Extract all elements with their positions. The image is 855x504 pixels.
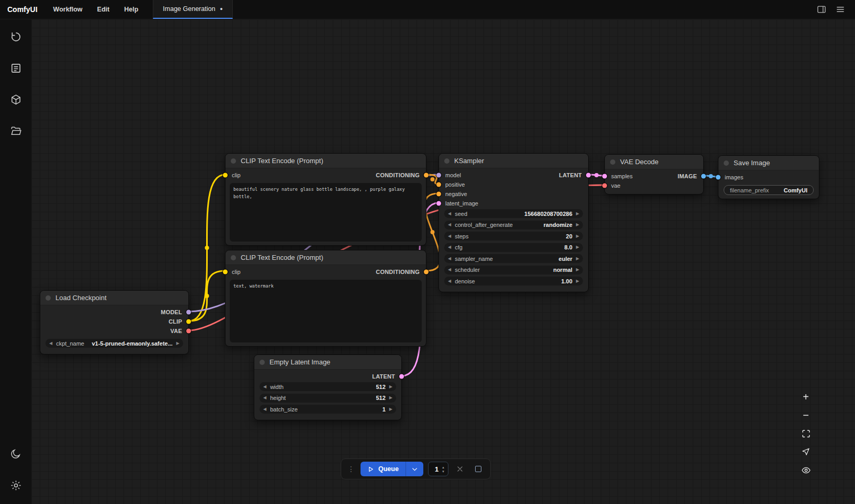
collapse-dot-icon[interactable]	[260, 360, 265, 365]
batch-size-widget[interactable]: ◀ batch_size 1 ▶	[260, 405, 396, 414]
node-clip-text-encode-positive[interactable]: CLIP Text Encode (Prompt) clip CONDITION…	[225, 153, 426, 246]
node-save-image[interactable]: Save Image images filename_prefix ComfyU…	[718, 155, 819, 199]
zoom-in-button[interactable]: +	[800, 391, 812, 403]
decrement-arrow-icon[interactable]: ◀	[448, 268, 451, 272]
clip-output-port[interactable]	[186, 319, 191, 324]
node-load-checkpoint[interactable]: Load Checkpoint MODEL CLIP VAE ◀ ckpt_na…	[40, 290, 189, 354]
node-graph-canvas[interactable]: Load Checkpoint MODEL CLIP VAE ◀ ckpt_na…	[31, 19, 855, 504]
batch-count-field[interactable]: 1 ▴ ▾	[428, 462, 448, 476]
samples-input-port[interactable]	[602, 174, 607, 179]
positive-prompt-textarea[interactable]: beautiful scenery nature glass bottle la…	[230, 183, 422, 242]
toggle-link-visibility-button[interactable]	[800, 464, 812, 476]
node-header[interactable]: Load Checkpoint	[40, 291, 188, 305]
decrement-arrow-icon[interactable]: ◀	[263, 407, 266, 411]
width-widget[interactable]: ◀ width 512 ▶	[260, 382, 396, 391]
increment-arrow-icon[interactable]: ▶	[576, 212, 579, 216]
workflows-button[interactable]	[5, 120, 26, 141]
node-empty-latent-image[interactable]: Empty Latent Image LATENT ◀ width 512 ▶ …	[254, 354, 402, 420]
latent-image-input-port[interactable]	[436, 201, 441, 206]
decrement-arrow-icon[interactable]: ◀	[448, 234, 451, 238]
clip-input-port[interactable]	[223, 173, 228, 178]
conditioning-output-port[interactable]	[424, 173, 429, 178]
increment-arrow-icon[interactable]: ▶	[576, 257, 579, 261]
model-output-port[interactable]	[186, 310, 191, 315]
seed-widget[interactable]: ◀ seed 156680208700286 ▶	[444, 209, 583, 218]
image-output-port[interactable]	[701, 174, 706, 179]
interrupt-button[interactable]	[471, 462, 485, 476]
node-ksampler[interactable]: KSampler model LATENT positive negative …	[438, 153, 589, 292]
decrement-arrow-icon[interactable]: ◀	[263, 396, 266, 400]
decrement-arrow-icon[interactable]: ◀	[448, 245, 451, 249]
comfyui-logo[interactable]: ComfyUI	[0, 0, 46, 19]
increment-arrow-icon[interactable]: ▶	[576, 279, 579, 283]
scheduler-widget[interactable]: ◀ scheduler normal ▶	[444, 266, 583, 274]
increment-arrow-icon[interactable]: ▶	[576, 245, 579, 249]
zoom-out-button[interactable]: −	[800, 409, 812, 421]
collapse-dot-icon[interactable]	[46, 295, 51, 301]
increment-arrow-icon[interactable]: ▶	[389, 396, 392, 400]
queue-options-button[interactable]	[406, 462, 423, 476]
conditioning-output-port[interactable]	[424, 270, 429, 274]
negative-input-port[interactable]	[436, 192, 441, 197]
vae-input-port[interactable]	[602, 184, 607, 188]
history-button[interactable]	[5, 26, 26, 47]
drag-handle-icon[interactable]: ⋮	[346, 465, 356, 473]
decrement-arrow-icon[interactable]: ◀	[448, 279, 451, 283]
theme-toggle-button[interactable]	[5, 443, 26, 464]
node-header[interactable]: VAE Decode	[605, 155, 703, 169]
height-widget[interactable]: ◀ height 512 ▶	[260, 394, 396, 403]
increment-arrow-icon[interactable]: ▶	[576, 223, 579, 227]
step-up-icon[interactable]: ▴	[442, 465, 444, 469]
node-library-button[interactable]	[5, 89, 26, 110]
fit-view-button[interactable]	[800, 427, 812, 440]
increment-arrow-icon[interactable]: ▶	[176, 341, 179, 346]
decrement-arrow-icon[interactable]: ◀	[448, 223, 451, 227]
sampler-name-widget[interactable]: ◀ sampler_name euler ▶	[444, 254, 583, 263]
collapse-dot-icon[interactable]	[610, 159, 615, 165]
model-input-port[interactable]	[436, 173, 441, 178]
node-vae-decode[interactable]: VAE Decode samples IMAGE vae	[604, 154, 704, 194]
node-header[interactable]: Save Image	[718, 156, 819, 170]
step-down-icon[interactable]: ▾	[442, 469, 444, 473]
steps-widget[interactable]: ◀ steps 20 ▶	[444, 232, 583, 240]
collapse-dot-icon[interactable]	[444, 158, 449, 164]
node-clip-text-encode-negative[interactable]: CLIP Text Encode (Prompt) clip CONDITION…	[225, 250, 426, 347]
decrement-arrow-icon[interactable]: ◀	[448, 212, 451, 216]
settings-button[interactable]	[5, 475, 26, 496]
increment-arrow-icon[interactable]: ▶	[576, 234, 579, 238]
latent-output-port[interactable]	[586, 173, 591, 178]
decrement-arrow-icon[interactable]: ◀	[263, 385, 266, 389]
images-input-port[interactable]	[716, 175, 721, 180]
collapse-dot-icon[interactable]	[724, 161, 729, 166]
denoise-widget[interactable]: ◀ denoise 1.00 ▶	[444, 277, 583, 285]
node-header[interactable]: Empty Latent Image	[254, 355, 401, 370]
decrement-arrow-icon[interactable]: ◀	[448, 257, 451, 261]
positive-input-port[interactable]	[436, 182, 441, 187]
cfg-widget[interactable]: ◀ cfg 8.0 ▶	[444, 243, 583, 252]
filename-prefix-widget[interactable]: filename_prefix ComfyUI	[724, 185, 814, 195]
toggle-panel-button[interactable]	[813, 2, 830, 17]
increment-arrow-icon[interactable]: ▶	[576, 268, 579, 272]
control-after-generate-widget[interactable]: ◀ control_after_generate randomize ▶	[444, 221, 583, 230]
increment-arrow-icon[interactable]: ▶	[389, 407, 392, 411]
queue-button-sidebar[interactable]	[5, 58, 26, 78]
node-header[interactable]: CLIP Text Encode (Prompt)	[226, 154, 426, 168]
collapse-dot-icon[interactable]	[231, 255, 236, 260]
vae-output-port[interactable]	[186, 329, 191, 334]
clip-input-port[interactable]	[223, 270, 228, 274]
menu-workflow[interactable]: Workflow	[46, 0, 90, 19]
node-header[interactable]: KSampler	[439, 154, 588, 168]
collapse-dot-icon[interactable]	[231, 158, 236, 164]
ckpt-name-widget[interactable]: ◀ ckpt_name v1-5-pruned-emaonly.safete..…	[46, 339, 183, 348]
menu-edit[interactable]: Edit	[90, 0, 117, 19]
negative-prompt-textarea[interactable]: text, watermark	[230, 280, 422, 342]
node-header[interactable]: CLIP Text Encode (Prompt)	[226, 250, 426, 265]
main-menu-button[interactable]	[832, 2, 849, 17]
decrement-arrow-icon[interactable]: ◀	[49, 341, 52, 346]
menu-help[interactable]: Help	[117, 0, 145, 19]
queue-button[interactable]: Queue	[361, 462, 406, 476]
clear-queue-button[interactable]	[453, 462, 467, 476]
tab-image-generation[interactable]: Image Generation ●	[153, 0, 233, 19]
batch-count-value[interactable]: 1	[432, 465, 438, 473]
latent-output-port[interactable]	[399, 374, 404, 379]
